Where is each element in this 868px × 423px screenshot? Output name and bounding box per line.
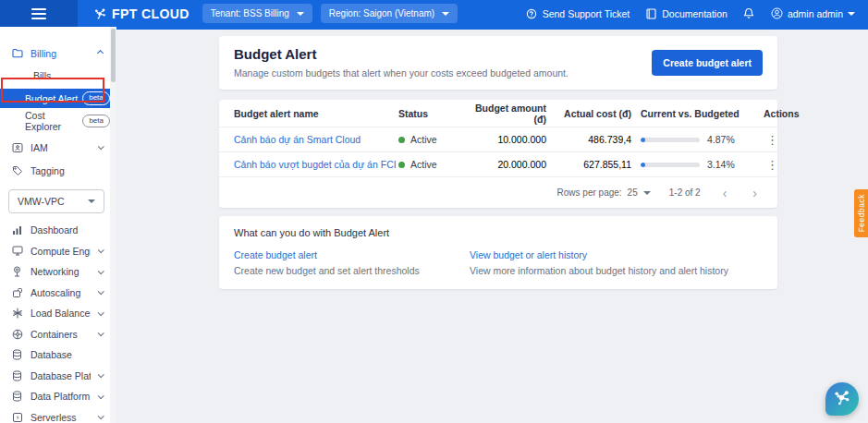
sidebar-item-label: IAM	[31, 142, 91, 153]
sidebar-item-iam[interactable]: IAM	[0, 136, 110, 159]
fpt-cloud-logo[interactable]: FPT CLOUD	[94, 6, 189, 21]
progress-fill	[641, 138, 645, 142]
row-actions-kebab-icon[interactable]: ⋮	[764, 133, 781, 147]
top-navbar: FPT CLOUD Tenant: BSS Billing Region: Sa…	[0, 0, 868, 27]
chevron-down-icon	[98, 289, 104, 296]
sidebar-item-serverless[interactable]: Serverless	[0, 407, 110, 423]
sidebar: Billing Bills Budget Alert beta Cost Exp…	[0, 27, 116, 423]
user-menu[interactable]: admin admin	[771, 7, 855, 19]
serverless-icon	[11, 411, 23, 423]
feedback-label: Feedback	[857, 194, 866, 232]
documentation-icon	[645, 7, 657, 19]
column-header-actual-cost: Actual cost (đ)	[546, 108, 631, 119]
actual-cost-value: 486.739,4	[546, 134, 631, 145]
logo-text: FPT CLOUD	[112, 6, 189, 21]
sidebar-item-label: Networking	[31, 266, 91, 277]
sidebar-item-database[interactable]: Database	[0, 344, 110, 366]
beta-badge: beta	[82, 91, 110, 104]
database-platform-icon	[11, 369, 23, 381]
column-header-budget-amount: Budget amount (đ)	[465, 103, 546, 125]
info-link-description: View more information about budget histo…	[470, 265, 763, 276]
progress-bar	[641, 163, 700, 167]
sidebar-item-load-balancer[interactable]: Load Balancer	[0, 303, 110, 324]
tenant-label: Tenant: BSS Billing	[211, 8, 289, 18]
sidebar-item-compute-engine[interactable]: Compute Engine	[0, 241, 110, 262]
actual-cost-value: 627.855,11	[546, 159, 631, 170]
support-ticket-label: Send Support Ticket	[543, 8, 630, 19]
compute-engine-icon	[11, 245, 23, 257]
send-support-ticket-link[interactable]: Send Support Ticket	[526, 7, 630, 19]
caret-down-icon	[442, 12, 449, 16]
sidebar-item-tagging[interactable]: Tagging	[0, 159, 110, 182]
create-budget-alert-button[interactable]: Create budget alert	[652, 50, 763, 76]
sidebar-item-label: Containers	[31, 329, 91, 340]
budget-alert-table-card: Budget alert name Status Budget amount (…	[219, 100, 777, 208]
sidebar-scrollbar-thumb[interactable]	[111, 29, 116, 82]
main-content: Budget Alert Manage custom budgets that …	[116, 27, 868, 423]
chat-molecule-icon	[834, 389, 850, 409]
pagination-range-label: 1-2 of 2	[669, 187, 701, 198]
sidebar-item-label: Database	[31, 349, 103, 360]
sidebar-item-label: Serverless	[31, 412, 91, 423]
documentation-link[interactable]: Documentation	[645, 7, 727, 19]
menu-toggle-button[interactable]	[0, 0, 78, 27]
budget-alert-name-link[interactable]: Cảnh báo vượt bugdet của dự án FCI	[234, 159, 398, 170]
sidebar-item-networking[interactable]: Networking	[0, 261, 110, 283]
sidebar-item-budget-alert[interactable]: Budget Alert beta	[0, 89, 110, 108]
rows-per-page-select[interactable]: Rows per page: 25	[557, 187, 651, 198]
page-title: Budget Alert	[234, 46, 568, 62]
beta-badge: beta	[82, 115, 110, 127]
chevron-down-icon	[98, 372, 104, 379]
chevron-down-icon	[98, 248, 104, 254]
chevron-down-icon	[98, 268, 104, 274]
table-row: Cảnh báo dự án Smart Cloud Active 10.000…	[219, 127, 777, 151]
sidebar-scrollbar	[110, 27, 116, 423]
tenant-selector[interactable]: Tenant: BSS Billing	[202, 4, 312, 23]
hamburger-icon	[31, 8, 46, 19]
app-root: FPT CLOUD Tenant: BSS Billing Region: Sa…	[0, 0, 868, 423]
feedback-tab[interactable]: Feedback	[854, 189, 868, 237]
sidebar-item-dashboard[interactable]: Dashboard	[0, 220, 110, 241]
sidebar-item-containers[interactable]: Containers	[0, 324, 110, 345]
caret-down-icon	[848, 12, 855, 16]
sidebar-item-cost-explorer[interactable]: Cost Explorer beta	[0, 110, 110, 132]
chevron-down-icon	[98, 309, 104, 316]
previous-page-icon[interactable]: ‹	[719, 186, 731, 200]
sidebar-item-database-platform[interactable]: Database Platform	[0, 366, 110, 387]
progress-fill	[641, 163, 645, 167]
documentation-label: Documentation	[662, 8, 727, 19]
sidebar-item-autoscaling[interactable]: Autoscaling	[0, 283, 110, 304]
notifications-button[interactable]	[743, 7, 755, 19]
status-label: Active	[410, 159, 437, 170]
support-chat-button[interactable]	[825, 382, 859, 416]
column-header-name: Budget alert name	[234, 108, 398, 119]
info-link-description: Create new budget and set alert threshol…	[234, 265, 470, 276]
dashboard-icon	[11, 224, 23, 236]
next-page-icon[interactable]: ›	[749, 186, 761, 200]
budget-amount-value: 20.000.000	[465, 159, 546, 170]
chevron-up-icon	[97, 50, 104, 56]
view-budget-history-link[interactable]: View budget or alert history	[470, 249, 587, 260]
content-top-strip	[116, 27, 868, 30]
data-platform-icon	[11, 391, 23, 403]
sidebar-item-label: Bills	[33, 70, 51, 81]
region-selector[interactable]: Region: Saigon (Vietnam)	[321, 4, 458, 23]
info-card: What can you do with Budget Alert Create…	[219, 216, 777, 289]
vpc-selector[interactable]: VMW-VPC	[8, 189, 104, 213]
budget-alert-name-link[interactable]: Cảnh báo dự án Smart Cloud	[234, 134, 398, 145]
create-budget-alert-link[interactable]: Create budget alert	[234, 249, 317, 260]
bell-icon	[743, 7, 755, 19]
sidebar-item-bills[interactable]: Bills	[0, 65, 110, 87]
sidebar-item-data-platform[interactable]: Data Platform	[0, 386, 110, 407]
sidebar-item-billing[interactable]: Billing	[0, 42, 110, 65]
active-status-dot	[398, 162, 405, 168]
row-actions-kebab-icon[interactable]: ⋮	[764, 158, 781, 172]
tag-icon	[11, 164, 23, 176]
sidebar-item-label: Billing	[31, 48, 91, 59]
caret-down-icon	[297, 12, 304, 16]
caret-down-icon	[88, 199, 95, 203]
database-icon	[11, 349, 23, 361]
sidebar-item-label: Data Platform	[31, 391, 91, 402]
region-label: Region: Saigon (Vietnam)	[329, 8, 434, 18]
fpt-molecule-icon	[94, 7, 106, 19]
